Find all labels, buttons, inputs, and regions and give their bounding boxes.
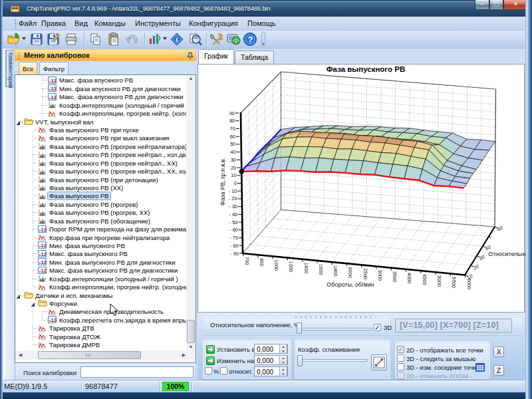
- svg-text:4000: 4000: [406, 273, 412, 284]
- svg-text:2000: 2000: [347, 267, 353, 278]
- svg-text:2500: 2500: [362, 268, 368, 279]
- svg-text:700: 700: [244, 257, 250, 265]
- svg-text:30: 30: [231, 157, 236, 163]
- svg-text:12: 12: [41, 259, 47, 265]
- svg-text:i: i: [176, 35, 178, 43]
- svg-text:1800: 1800: [332, 265, 338, 277]
- svg-text:30: 30: [478, 253, 486, 261]
- svg-text:80: 80: [229, 118, 235, 124]
- svg-text:3000: 3000: [377, 270, 383, 281]
- svg-text:40: 40: [230, 149, 235, 155]
- svg-text:- 90: - 90: [230, 251, 239, 257]
- svg-text:- 60: - 60: [229, 227, 238, 233]
- svg-text:5000: 5000: [436, 275, 442, 287]
- svg-text:12: 12: [41, 243, 47, 249]
- svg-text:20: 20: [472, 263, 480, 271]
- svg-text:Фаза РВ, гр.п.к.в.: Фаза РВ, гр.п.к.в.: [219, 158, 226, 205]
- svg-text:Относительное наполнение: Относительное наполнение: [488, 251, 525, 257]
- svg-text:800: 800: [259, 258, 265, 267]
- svg-text:1600: 1600: [318, 264, 324, 275]
- svg-text:12: 12: [41, 268, 47, 274]
- svg-text:?: ?: [248, 35, 253, 45]
- svg-text:90: 90: [229, 110, 235, 116]
- svg-text:10: 10: [231, 172, 236, 178]
- svg-text:12: 12: [41, 251, 47, 257]
- svg-text:Фаза выпускного РВ: Фаза выпускного РВ: [327, 65, 405, 73]
- svg-text:- 30: - 30: [229, 203, 237, 209]
- svg-text:1400: 1400: [303, 263, 309, 274]
- svg-text:1000: 1000: [273, 259, 279, 271]
- svg-text:70: 70: [229, 126, 235, 132]
- svg-text:110: 110: [192, 35, 200, 39]
- svg-text:- 80: - 80: [230, 243, 239, 249]
- svg-text:0: 0: [234, 180, 237, 186]
- svg-text:- 50: - 50: [229, 219, 238, 225]
- svg-text:60: 60: [230, 134, 235, 140]
- svg-text:60: 60: [496, 225, 504, 233]
- svg-text:12: 12: [51, 78, 57, 84]
- svg-text:- 40: - 40: [229, 211, 237, 217]
- svg-text:1200: 1200: [288, 261, 294, 273]
- svg-text:5500: 5500: [451, 277, 457, 288]
- svg-text:12: 12: [51, 94, 57, 100]
- svg-text:50: 50: [230, 141, 235, 147]
- svg-text:12: 12: [41, 227, 47, 233]
- svg-text:Обороты, об/мин: Обороты, об/мин: [327, 281, 374, 288]
- svg-text:- 20: - 20: [229, 196, 237, 201]
- svg-text:12: 12: [51, 86, 57, 92]
- svg-text:- 70: - 70: [229, 235, 238, 241]
- svg-text:12: 12: [51, 317, 57, 323]
- svg-text:20: 20: [231, 165, 236, 171]
- svg-text:- 10: - 10: [228, 188, 237, 194]
- svg-text:3500: 3500: [392, 271, 398, 283]
- svg-text:4500: 4500: [422, 274, 428, 285]
